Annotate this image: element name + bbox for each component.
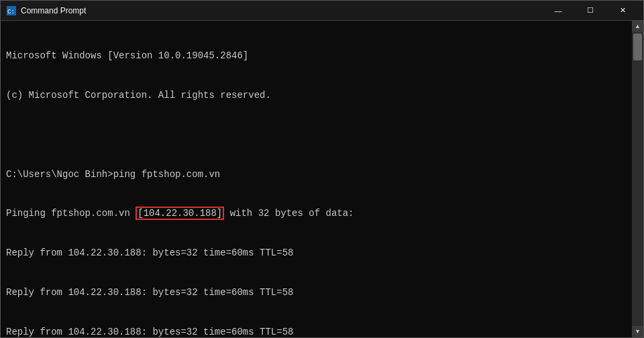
title-bar-left: C: Command Prompt <box>6 5 86 16</box>
scroll-up-button[interactable]: ▲ <box>632 21 643 32</box>
cmd-icon: C: <box>6 5 17 16</box>
window-title: Command Prompt <box>21 6 86 15</box>
terminal-output[interactable]: Microsoft Windows [Version 10.0.19045.28… <box>1 21 632 337</box>
maximize-button[interactable]: ☐ <box>575 1 606 21</box>
scrollbar-track[interactable] <box>632 32 643 326</box>
output-line-7: Reply from 104.22.30.188: bytes=32 time=… <box>6 286 627 300</box>
close-button[interactable]: ✕ <box>607 1 638 21</box>
cmd-window: C: Command Prompt — ☐ ✕ Microsoft Window… <box>0 0 644 338</box>
output-line-5: Pinging fptshop.com.vn [104.22.30.188] w… <box>6 207 627 221</box>
scroll-down-button[interactable]: ▼ <box>632 326 643 337</box>
output-line-3 <box>6 129 627 142</box>
window-controls: — ☐ ✕ <box>543 1 638 21</box>
scrollbar[interactable]: ▲ ▼ <box>632 21 643 337</box>
output-line-4: C:\Users\Ngoc Binh>ping fptshop.com.vn <box>6 168 627 182</box>
title-bar: C: Command Prompt — ☐ ✕ <box>1 1 643 21</box>
minimize-button[interactable]: — <box>543 1 574 21</box>
output-line-8: Reply from 104.22.30.188: bytes=32 time=… <box>6 326 627 337</box>
content-area: Microsoft Windows [Version 10.0.19045.28… <box>1 21 643 337</box>
svg-text:C:: C: <box>7 9 15 15</box>
output-line-2: (c) Microsoft Corporation. All rights re… <box>6 89 627 103</box>
scrollbar-thumb[interactable] <box>633 34 642 60</box>
ip-highlight-1: [104.22.30.188] <box>136 207 224 220</box>
output-line-1: Microsoft Windows [Version 10.0.19045.28… <box>6 50 627 63</box>
output-line-6: Reply from 104.22.30.188: bytes=32 time=… <box>6 247 627 260</box>
